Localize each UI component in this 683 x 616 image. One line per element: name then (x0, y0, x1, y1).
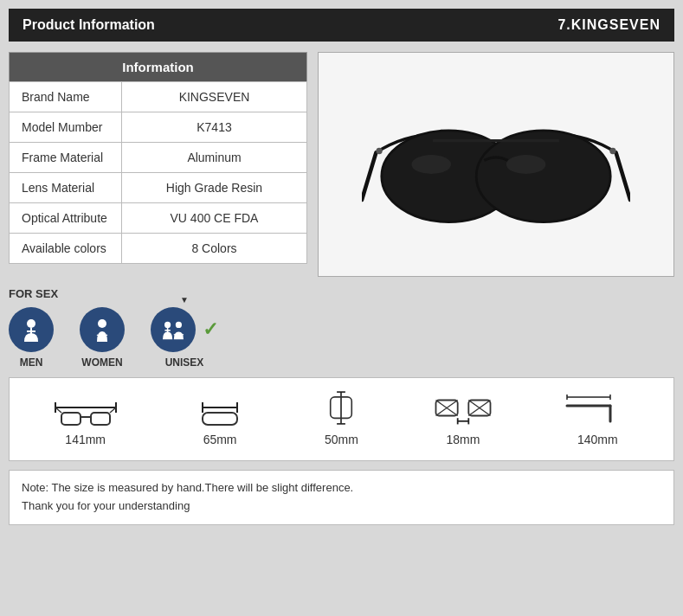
table-cell-value: VU 400 CE FDA (122, 203, 307, 234)
total-width-icon (51, 388, 120, 427)
table-cell-value: K7413 (122, 112, 307, 143)
measure-value-lens-height: 50mm (325, 433, 358, 446)
svg-point-5 (411, 155, 451, 174)
table-cell-value: Aluminum (122, 143, 307, 173)
measure-total-width: 141mm (51, 388, 120, 446)
sex-icons-row: MEN WOMEN ▼ (9, 307, 674, 369)
info-table: Information Brand NameKINGSEVENModel Mum… (9, 52, 307, 264)
sex-item-women: WOMEN (80, 307, 125, 369)
sex-icon-unisex (151, 307, 196, 352)
svg-line-0 (362, 152, 376, 200)
measurements-section: 141mm 65mm (9, 377, 674, 461)
sex-label-unisex: UNISEX (165, 356, 204, 369)
table-cell-label: Optical Attribute (10, 203, 122, 234)
measure-lens-width: 65mm (185, 388, 255, 446)
table-cell-label: Brand Name (10, 82, 122, 112)
women-icon (88, 316, 116, 343)
svg-point-7 (376, 148, 382, 154)
svg-rect-21 (91, 413, 110, 425)
table-cell-value: High Grade Resin (122, 173, 307, 203)
dropdown-arrow-icon: ▼ (180, 295, 189, 305)
header: Product Information 7.KINGSEVEN (9, 9, 674, 42)
lens-width-icon (185, 388, 255, 427)
unisex-wrapper: ▼ (151, 307, 218, 352)
svg-point-13 (164, 322, 171, 328)
for-sex-section: FOR SEX MEN (9, 287, 674, 369)
product-image-svg (362, 95, 630, 234)
measure-value-total-width: 141mm (65, 433, 106, 446)
measure-temple: 140mm (563, 388, 632, 446)
brand-logo: 7.KINGSEVEN (557, 17, 660, 33)
table-row: Lens MaterialHigh Grade Resin (10, 173, 307, 203)
measure-bridge: 18mm (428, 388, 498, 446)
for-sex-label: FOR SEX (9, 287, 674, 300)
table-row: Frame MaterialAluminum (10, 143, 307, 173)
svg-point-12 (98, 319, 106, 328)
table-row: Model MumberK7413 (10, 112, 307, 143)
unisex-icon-row: ✓ (151, 307, 218, 352)
unisex-icon (159, 316, 187, 343)
measure-value-lens-width: 65mm (203, 433, 237, 446)
sex-item-unisex: ▼ (151, 307, 218, 369)
measurements-row: 141mm 65mm (18, 388, 665, 446)
note-section: Note: The size is measured by hand.There… (9, 470, 674, 525)
note-line1: Note: The size is measured by hand.There… (22, 479, 661, 497)
table-row: Optical AttributeVU 400 CE FDA (10, 203, 307, 234)
measure-value-bridge: 18mm (446, 433, 480, 446)
sex-label-women: WOMEN (81, 356, 122, 369)
svg-point-6 (506, 155, 546, 174)
svg-rect-28 (203, 413, 237, 425)
svg-point-3 (476, 131, 610, 222)
selected-checkmark: ✓ (203, 318, 218, 341)
svg-rect-20 (61, 413, 81, 425)
svg-point-8 (609, 148, 615, 154)
page-wrapper: Product Information 7.KINGSEVEN Informat… (0, 0, 683, 534)
table-cell-value: 8 Colors (122, 234, 307, 264)
note-line2: Thank you for your understanding (22, 497, 661, 516)
table-cell-label: Available colors (10, 234, 122, 264)
table-cell-label: Frame Material (10, 143, 122, 173)
main-content: Information Brand NameKINGSEVENModel Mum… (9, 52, 674, 277)
info-table-wrapper: Information Brand NameKINGSEVENModel Mum… (9, 52, 307, 277)
table-cell-label: Lens Material (10, 173, 122, 203)
product-image-box (318, 52, 674, 277)
sex-item-men: MEN (9, 307, 54, 369)
sex-label-men: MEN (20, 356, 43, 369)
table-row: Brand NameKINGSEVEN (10, 82, 307, 112)
table-cell-value: KINGSEVEN (122, 82, 307, 112)
temple-icon (563, 388, 632, 427)
svg-line-1 (616, 152, 630, 200)
table-heading: Information (10, 53, 307, 82)
sex-icon-men (9, 307, 54, 352)
svg-point-9 (27, 319, 35, 328)
sex-icon-women (80, 307, 125, 352)
measure-value-temple: 140mm (577, 433, 618, 446)
lens-height-icon (319, 388, 363, 427)
bridge-icon (428, 388, 498, 427)
svg-point-16 (176, 322, 182, 328)
page-title: Product Information (23, 17, 155, 33)
table-row: Available colors8 Colors (10, 234, 307, 264)
table-cell-label: Model Mumber (10, 112, 122, 143)
measure-lens-height: 50mm (319, 388, 363, 446)
men-icon (17, 316, 45, 343)
